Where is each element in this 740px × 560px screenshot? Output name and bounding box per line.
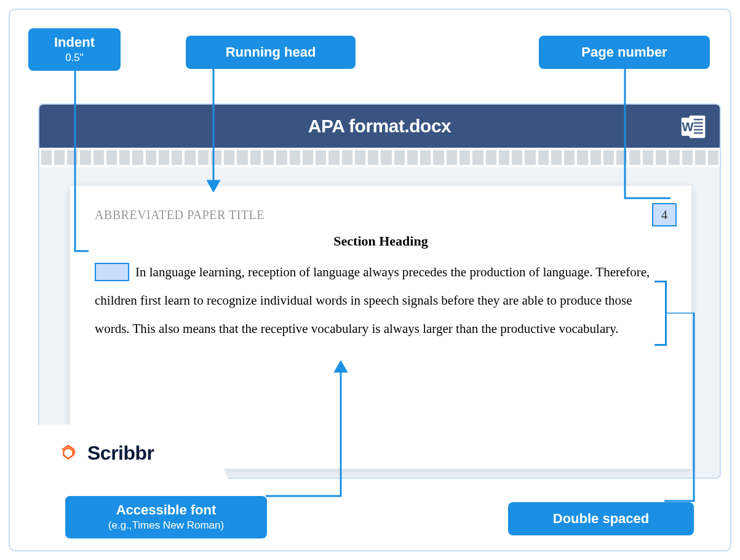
scribbr-logo-icon: [57, 441, 80, 465]
label-running-head-text: Running head: [226, 44, 316, 60]
label-page-number-text: Page number: [581, 44, 667, 60]
label-indent-title: Indent: [54, 34, 95, 50]
body-paragraph: In language learning, reception of langu…: [95, 258, 667, 343]
ruler: [39, 148, 720, 167]
connector-accessible-font: [263, 361, 349, 497]
page-number-value: 4: [661, 208, 667, 222]
label-page-number: Page number: [539, 36, 710, 69]
page-number-box: 4: [652, 203, 677, 226]
connector-double-spaced: [663, 313, 700, 505]
connector-running-head: [204, 69, 223, 192]
section-heading: Section Heading: [95, 233, 667, 249]
diagram-frame: Indent 0.5" Running head Page number APA…: [9, 9, 731, 551]
label-accessible-font-sub: (e.g.,Times New Roman): [76, 519, 256, 532]
word-icon: W: [680, 113, 707, 140]
label-indent: Indent 0.5": [28, 28, 121, 71]
connector-page-number: [619, 69, 674, 203]
connector-indent: [66, 66, 91, 257]
label-double-spaced: Double spaced: [508, 502, 694, 535]
svg-text:W: W: [682, 120, 693, 134]
scribbr-logo-text: Scribbr: [87, 442, 154, 465]
label-indent-sub: 0.5": [39, 52, 109, 64]
label-accessible-font: Accessible font (e.g.,Times New Roman): [65, 496, 267, 538]
running-head-text: ABBREVIATED PAPER TITLE: [95, 208, 667, 222]
label-accessible-font-title: Accessible font: [116, 502, 217, 518]
document-filename: APA format.docx: [308, 116, 452, 137]
svg-marker-9: [335, 362, 346, 372]
svg-marker-8: [208, 181, 219, 191]
titlebar: APA format.docx W: [39, 105, 720, 148]
scribbr-badge: Scribbr: [38, 425, 229, 481]
body-text-content: In language learning, reception of langu…: [95, 265, 650, 336]
indent-highlight: [95, 263, 129, 281]
label-running-head: Running head: [186, 36, 356, 69]
label-double-spaced-text: Double spaced: [553, 511, 649, 526]
